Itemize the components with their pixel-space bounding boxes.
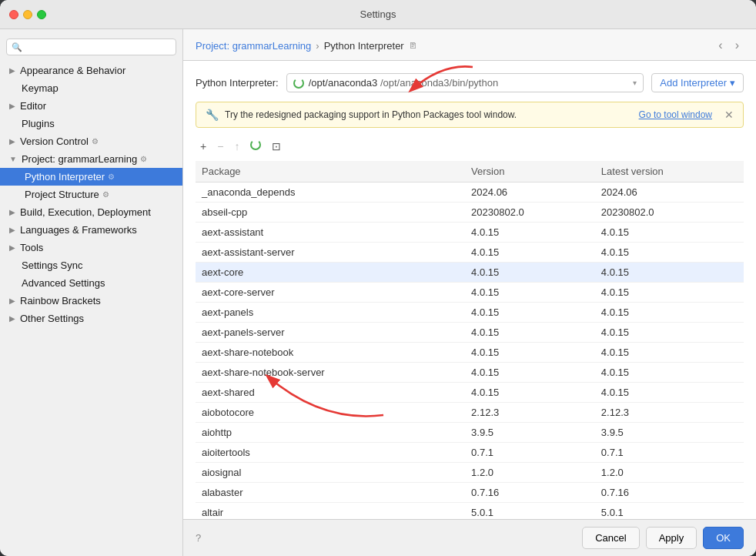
close-button[interactable] <box>9 10 18 19</box>
table-row[interactable]: altair5.0.15.0.1 <box>196 503 744 520</box>
package-name: aext-share-notebook-server <box>196 363 465 383</box>
table-row[interactable]: aext-assistant4.0.154.0.15 <box>196 223 744 243</box>
table-row[interactable]: aext-share-notebook-server4.0.154.0.15 <box>196 363 744 383</box>
close-banner-button[interactable]: ✕ <box>724 109 734 121</box>
breadcrumb-parent[interactable]: Project: grammarLearning <box>196 40 311 52</box>
table-row[interactable]: abseil-cpp20230802.020230802.0 <box>196 203 744 223</box>
apply-button[interactable]: Apply <box>646 527 697 549</box>
sidebar-item-label: Build, Execution, Deployment <box>20 206 151 218</box>
package-version: 4.0.15 <box>465 383 595 403</box>
package-latest: 0.7.1 <box>595 443 744 463</box>
package-name: alabaster <box>196 483 465 503</box>
package-latest: 4.0.15 <box>595 243 744 263</box>
sidebar-item-project-structure[interactable]: Project Structure ⚙ <box>0 186 182 203</box>
loading-spinner <box>250 139 261 150</box>
sidebar-item-python-interpreter[interactable]: Python Interpreter ⚙ <box>0 168 182 186</box>
nav-back-button[interactable]: ‹ <box>714 37 727 54</box>
package-name: aext-panels-server <box>196 323 465 343</box>
table-row[interactable]: aiohttp3.9.53.9.5 <box>196 423 744 443</box>
spinner-icon <box>293 78 304 89</box>
sidebar-item-version-control[interactable]: ▶ Version Control ⚙ <box>0 132 182 150</box>
package-latest: 4.0.15 <box>595 223 744 243</box>
search-icon: 🔍 <box>12 42 22 52</box>
interpreter-select[interactable]: /opt/anaconda3 /opt/anaconda3/bin/python… <box>286 73 644 92</box>
cancel-button[interactable]: Cancel <box>582 527 639 549</box>
col-header-version: Version <box>465 161 595 183</box>
table-row[interactable]: aioitertools0.7.10.7.1 <box>196 443 744 463</box>
sidebar-item-rainbow-brackets[interactable]: ▶ Rainbow Brackets <box>0 292 182 310</box>
add-package-button[interactable]: + <box>196 138 211 155</box>
minimize-button[interactable] <box>23 10 32 19</box>
package-name: aext-shared <box>196 383 465 403</box>
chevron-right-icon: ▶ <box>9 243 15 252</box>
go-to-tool-window-link[interactable]: Go to tool window <box>639 109 712 120</box>
package-latest: 3.9.5 <box>595 423 744 443</box>
package-version: 2.12.3 <box>465 403 595 423</box>
banner-text: Try the redesigned packaging support in … <box>225 109 517 120</box>
search-box[interactable]: 🔍 <box>6 39 176 55</box>
table-row[interactable]: aext-panels-server4.0.154.0.15 <box>196 323 744 343</box>
sidebar-item-tools[interactable]: ▶ Tools <box>0 239 182 256</box>
chevron-right-icon: ▶ <box>9 226 15 234</box>
chevron-right-icon: ▶ <box>9 314 15 323</box>
packages-toolbar: + − ↑ ⊡ <box>196 137 744 155</box>
sidebar-item-languages-frameworks[interactable]: ▶ Languages & Frameworks <box>0 221 182 239</box>
package-latest: 0.7.16 <box>595 483 744 503</box>
ok-button[interactable]: OK <box>703 527 744 549</box>
move-up-button[interactable]: ↑ <box>229 138 244 155</box>
package-name: altair <box>196 503 465 520</box>
package-name: aext-assistant <box>196 223 465 243</box>
package-name: aext-panels <box>196 303 465 323</box>
search-input[interactable] <box>25 42 171 52</box>
add-interpreter-button[interactable]: Add Interpreter ▾ <box>651 73 744 92</box>
table-row[interactable]: aext-share-notebook4.0.154.0.15 <box>196 343 744 363</box>
table-row[interactable]: alabaster0.7.160.7.16 <box>196 483 744 503</box>
package-version: 4.0.15 <box>465 323 595 343</box>
sidebar-item-plugins[interactable]: Plugins <box>0 115 182 132</box>
sidebar-item-project-grammarlearning[interactable]: ▼ Project: grammarLearning ⚙ <box>0 150 182 168</box>
package-version: 4.0.15 <box>465 223 595 243</box>
sidebar-item-settings-sync[interactable]: Settings Sync <box>0 256 182 274</box>
show-all-button[interactable]: ⊡ <box>267 138 286 155</box>
chevron-right-icon: ▶ <box>9 296 15 305</box>
window-title: Settings <box>360 8 396 20</box>
package-name: aiosignal <box>196 463 465 483</box>
sidebar-item-keymap[interactable]: Keymap <box>0 79 182 97</box>
banner-left: 🔧 Try the redesigned packaging support i… <box>206 109 517 121</box>
table-row[interactable]: aiosignal1.2.01.2.0 <box>196 463 744 483</box>
package-name: _anaconda_depends <box>196 183 465 203</box>
table-row[interactable]: aext-panels4.0.154.0.15 <box>196 303 744 323</box>
package-version: 5.0.1 <box>465 503 595 520</box>
table-row[interactable]: aext-core4.0.154.0.15 <box>196 263 744 283</box>
sidebar-item-build-execution[interactable]: ▶ Build, Execution, Deployment <box>0 203 182 221</box>
table-row[interactable]: _anaconda_depends2024.062024.06 <box>196 183 744 203</box>
refresh-button[interactable] <box>246 137 266 155</box>
sidebar-item-label: Languages & Frameworks <box>20 224 137 236</box>
package-name: aext-core <box>196 263 465 283</box>
breadcrumb: Project: grammarLearning › Python Interp… <box>196 40 417 58</box>
nav-forward-button[interactable]: › <box>731 37 744 54</box>
interpreter-row: Python Interpreter: /opt/anaconda3 /opt/… <box>196 73 744 92</box>
packages-table: Package Version Latest version _anaconda… <box>196 161 744 519</box>
nav-arrows: ‹ › <box>714 37 744 60</box>
table-row[interactable]: aext-core-server4.0.154.0.15 <box>196 283 744 303</box>
sidebar-item-label: Project Structure <box>25 189 99 200</box>
package-version: 2024.06 <box>465 183 595 203</box>
maximize-button[interactable] <box>37 10 46 19</box>
sidebar-item-advanced-settings[interactable]: Advanced Settings <box>0 274 182 292</box>
chevron-down-icon: ▼ <box>9 155 17 163</box>
settings-window: Settings 🔍 ▶ Appearance & Behavior Keyma… <box>0 0 756 556</box>
sidebar-item-appearance-behavior[interactable]: ▶ Appearance & Behavior <box>0 62 182 79</box>
table-row[interactable]: aiobotocore2.12.32.12.3 <box>196 403 744 423</box>
remove-package-button[interactable]: − <box>212 138 228 155</box>
sidebar-item-editor[interactable]: ▶ Editor <box>0 97 182 115</box>
package-version: 3.9.5 <box>465 423 595 443</box>
help-icon[interactable]: ? <box>196 532 201 544</box>
settings-icon: ⚙ <box>102 190 109 199</box>
table-row[interactable]: aext-assistant-server4.0.154.0.15 <box>196 243 744 263</box>
package-name: aioitertools <box>196 443 465 463</box>
settings-icon: ⚙ <box>140 155 147 163</box>
sidebar-item-other-settings[interactable]: ▶ Other Settings <box>0 310 182 327</box>
table-row[interactable]: aext-shared4.0.154.0.15 <box>196 383 744 403</box>
title-bar: Settings <box>0 0 756 29</box>
